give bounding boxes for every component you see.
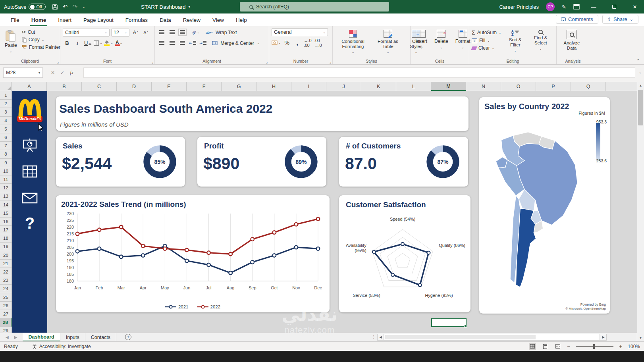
borders-button[interactable]: ⌄ <box>94 39 102 47</box>
vertical-scroll-thumb[interactable] <box>638 90 643 125</box>
clear-button[interactable]: Clear⌄ <box>472 45 501 51</box>
page-break-view-button[interactable] <box>554 343 561 350</box>
vertical-scrollbar[interactable]: ▲ ▼ <box>637 82 644 341</box>
cancel-entry-icon[interactable]: ✕ <box>51 70 55 75</box>
row-header-29[interactable]: 29 <box>0 327 12 333</box>
menu-tab-view[interactable]: View <box>206 13 230 26</box>
scroll-left-icon[interactable]: ◀ <box>377 334 384 341</box>
row-header-9[interactable]: 9 <box>0 159 12 167</box>
menu-tab-file[interactable]: File <box>5 13 25 26</box>
sheet-nav-left-icon[interactable]: ◀ <box>6 335 9 339</box>
minimize-button[interactable]: — <box>587 0 600 13</box>
column-header-L[interactable]: L <box>396 82 431 91</box>
column-header-P[interactable]: P <box>536 82 571 91</box>
comments-button[interactable]: Comments <box>556 15 598 24</box>
decrease-decimal-button[interactable]: .00→.0 <box>314 39 322 47</box>
cut-button[interactable]: ✂Cut <box>22 29 60 35</box>
underline-button[interactable]: U⌄ <box>83 39 92 47</box>
sheet-nav-right-icon[interactable]: ▶ <box>14 335 17 339</box>
autosum-button[interactable]: ΣAutoSum⌄ <box>472 29 501 36</box>
draw-pen-icon[interactable]: ✎ <box>562 4 566 10</box>
clipboard-dialog-launcher[interactable]: ⌟ <box>57 60 59 64</box>
sheet-tab-contacts[interactable]: Contacts <box>85 333 116 341</box>
accounting-format-button[interactable]: ⌄ <box>272 39 281 47</box>
sort-filter-button[interactable]: AZ Sort & Filter⌄ <box>504 28 527 57</box>
italic-button[interactable]: I <box>73 39 82 47</box>
row-header-17[interactable]: 17 <box>0 226 12 234</box>
zoom-out-icon[interactable]: − <box>567 343 570 350</box>
sidebar-dashboard-icon[interactable] <box>22 138 38 154</box>
row-header-23[interactable]: 23 <box>0 276 12 285</box>
select-all-corner[interactable] <box>0 82 12 91</box>
redo-icon[interactable]: ↷ <box>72 3 77 10</box>
row-header-18[interactable]: 18 <box>0 234 12 243</box>
sheet-tab-inputs[interactable]: Inputs <box>60 333 85 341</box>
column-header-O[interactable]: O <box>501 82 536 91</box>
ribbon-display-icon[interactable] <box>573 4 580 10</box>
south-america-map[interactable] <box>482 116 589 303</box>
share-button[interactable]: ⇧ Share ⌄ <box>602 15 638 24</box>
font-size-select[interactable]: 12⌄ <box>111 29 129 37</box>
accessibility-status[interactable]: Accessibility: Investigate <box>32 344 91 349</box>
column-headers[interactable]: ABCDEFGHIJKLMNOPQ <box>12 82 637 91</box>
menu-tab-insert[interactable]: Insert <box>52 13 77 26</box>
font-dialog-launcher[interactable]: ⌟ <box>152 60 153 64</box>
format-painter-button[interactable]: Format Painter <box>22 44 60 50</box>
column-header-F[interactable]: F <box>187 82 222 91</box>
conditional-formatting-button[interactable]: Conditional Formatting⌄ <box>335 28 371 57</box>
align-bottom-button[interactable] <box>178 28 187 37</box>
number-dialog-launcher[interactable]: ⌟ <box>330 60 331 64</box>
user-name[interactable]: Career Principles <box>499 4 539 10</box>
column-header-D[interactable]: D <box>117 82 152 91</box>
merge-center-button[interactable]: Merge & Center ⌄ <box>212 39 260 47</box>
sheet-tab-dashboard[interactable]: Dashboard <box>23 333 60 341</box>
column-header-K[interactable]: K <box>361 82 396 91</box>
copy-button[interactable]: Copy⌄ <box>22 37 60 42</box>
save-icon[interactable] <box>52 4 58 10</box>
normal-view-button[interactable] <box>529 343 536 350</box>
menu-tab-review[interactable]: Review <box>177 13 206 26</box>
row-header-25[interactable]: 25 <box>0 293 12 302</box>
column-header-H[interactable]: H <box>256 82 291 91</box>
grow-font-button[interactable]: Aˆ <box>131 28 140 37</box>
row-header-10[interactable]: 10 <box>0 167 12 175</box>
undo-icon[interactable]: ↶ <box>63 3 68 10</box>
row-header-1[interactable]: 1 <box>0 91 12 100</box>
column-header-B[interactable]: B <box>47 82 82 91</box>
close-button[interactable]: ✕ <box>628 0 642 13</box>
fill-button[interactable]: ↓Fill⌄ <box>472 38 501 43</box>
zoom-in-icon[interactable]: + <box>619 343 622 350</box>
selected-cell[interactable] <box>431 318 467 327</box>
row-header-11[interactable]: 11 <box>0 175 12 184</box>
restore-button[interactable] <box>607 0 621 13</box>
autosave-toggle[interactable]: AutoSave Off <box>4 4 46 10</box>
column-header-Q[interactable]: Q <box>571 82 606 91</box>
name-box[interactable]: M28▾ <box>3 67 43 78</box>
new-sheet-button[interactable]: + <box>125 334 131 340</box>
row-header-4[interactable]: 4 <box>0 117 12 125</box>
sidebar-mail-icon[interactable] <box>22 193 38 205</box>
page-layout-view-button[interactable] <box>542 343 549 350</box>
align-right-button[interactable] <box>178 39 187 47</box>
row-header-21[interactable]: 21 <box>0 260 12 268</box>
menu-tab-help[interactable]: Help <box>230 13 253 26</box>
row-header-28[interactable]: 28 <box>0 318 12 327</box>
align-center-button[interactable] <box>168 39 176 47</box>
menu-tab-data[interactable]: Data <box>154 13 177 26</box>
avatar[interactable]: CP <box>546 2 555 11</box>
format-as-table-button[interactable]: 🖉 Format as Table⌄ <box>373 28 403 57</box>
column-header-M[interactable]: M <box>431 82 466 91</box>
scroll-down-icon[interactable]: ▼ <box>637 334 644 341</box>
paste-button[interactable]: Paste⌄ <box>2 28 19 57</box>
wrap-text-button[interactable]: ab↩ Wrap Text <box>206 28 237 37</box>
row-header-20[interactable]: 20 <box>0 251 12 260</box>
row-header-14[interactable]: 14 <box>0 200 12 209</box>
row-header-24[interactable]: 24 <box>0 285 12 293</box>
row-header-26[interactable]: 26 <box>0 302 12 310</box>
font-family-select[interactable]: Calibri⌄ <box>63 29 110 37</box>
horizontal-scrollbar[interactable]: ◀ ▶ <box>377 334 607 341</box>
row-header-22[interactable]: 22 <box>0 268 12 276</box>
row-headers[interactable]: 1234567891011121314151617181920212223242… <box>0 91 12 333</box>
document-title[interactable]: START Dashboard <box>141 4 186 10</box>
row-header-27[interactable]: 27 <box>0 310 12 318</box>
